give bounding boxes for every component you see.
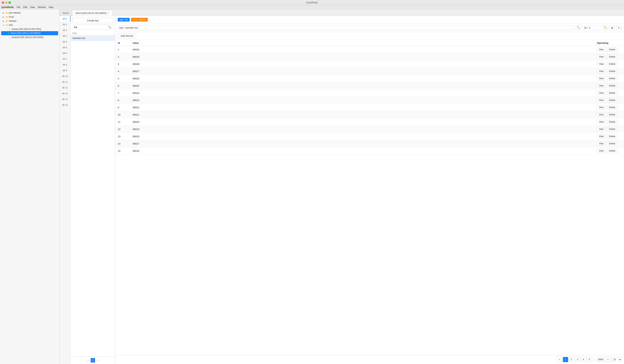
table-page-1[interactable]: 1 xyxy=(563,357,568,362)
view-button[interactable]: View xyxy=(597,149,606,153)
page-next[interactable]: > xyxy=(96,358,100,363)
sidebar-label-release: release xyxy=(9,20,17,22)
sidebar-item-direct[interactable]: direct-[150.109.42.193:30001] xyxy=(1,31,58,35)
table-prev-button[interactable]: < xyxy=(557,357,562,362)
sidebar-item-cluster[interactable]: 📄 cluster-[150.109.42.193:7001] xyxy=(0,27,59,31)
db-tab-db11[interactable]: db 11 xyxy=(59,79,70,85)
delete-row-button[interactable]: Delete xyxy=(607,141,618,146)
db-tab-db5[interactable]: db 5 xyxy=(59,45,70,50)
refresh-button[interactable]: ↻ xyxy=(616,25,622,30)
delete-row-button[interactable]: Delete xyxy=(607,47,618,52)
create-key-button[interactable]: Create key xyxy=(72,18,113,23)
db-tab-db7[interactable]: db 7 xyxy=(59,56,70,62)
table-page-2[interactable]: 2 xyxy=(569,357,574,362)
view-button[interactable]: View xyxy=(597,113,606,117)
delete-key-button[interactable]: 🗑 xyxy=(610,25,615,30)
db-tab-db8[interactable]: db 8 xyxy=(59,62,70,68)
db-tab-db12[interactable]: db 12 xyxy=(59,85,70,91)
sidebar-item-release[interactable]: ▶ 📁 release xyxy=(0,19,59,23)
delete-row-button[interactable]: Delete xyxy=(607,149,618,153)
view-button[interactable]: View xyxy=(597,105,606,110)
view-button[interactable]: View xyxy=(597,47,606,52)
close-button[interactable] xyxy=(2,1,4,4)
table-next-button[interactable]: > xyxy=(605,357,610,362)
table-page-3[interactable]: 3 xyxy=(575,357,580,362)
tab-close-icon[interactable]: ✕ xyxy=(107,12,109,14)
db-tab-db4[interactable]: db 4 xyxy=(59,39,70,45)
view-button[interactable]: View xyxy=(597,76,606,81)
menubar-appname[interactable]: QuickRedis xyxy=(1,6,14,9)
tab-direct[interactable]: direct-[150.109.42.193:30001] ✕ xyxy=(72,10,112,16)
search-bar: 🔍 xyxy=(72,25,113,30)
view-button[interactable]: View xyxy=(597,134,606,138)
minimize-button[interactable] xyxy=(5,1,7,4)
db-tab-db13[interactable]: db 13 xyxy=(59,91,70,96)
db-tab-db10[interactable]: db 10 xyxy=(59,73,70,79)
folder-icon: 📁 xyxy=(5,24,8,26)
table-row: 13 99918 View Delete xyxy=(115,133,624,140)
view-button[interactable]: View xyxy=(597,120,606,124)
delete-row-button[interactable]: Delete xyxy=(607,120,618,124)
tab-home[interactable]: Home xyxy=(59,10,72,16)
menubar-help[interactable]: Help xyxy=(49,6,53,9)
edit-key-button[interactable]: ✏️ xyxy=(576,25,581,30)
table-row: 2 99929 View Delete xyxy=(115,53,624,61)
delete-row-button[interactable]: Delete xyxy=(607,62,618,66)
sidebar-item-test[interactable]: ▼ 📁 test xyxy=(0,23,59,27)
delete-row-button[interactable]: Delete xyxy=(607,91,618,95)
delete-row-button[interactable]: Delete xyxy=(607,134,618,138)
delete-row-button[interactable]: Delete xyxy=(607,113,618,117)
page-prev[interactable]: < xyxy=(86,358,90,363)
key-item-member-list[interactable]: member-list xyxy=(71,35,115,41)
view-button[interactable]: View xyxy=(597,84,606,88)
delete-row-button[interactable]: Delete xyxy=(607,127,618,131)
search-button[interactable]: 🔍 xyxy=(107,25,113,29)
per-page-select[interactable]: 152050100 xyxy=(611,357,622,362)
view-button[interactable]: View xyxy=(597,127,606,131)
db-tab-db2[interactable]: db 2 xyxy=(59,27,70,33)
db-tab-db15[interactable]: db 15 xyxy=(59,102,70,108)
sidebar-item-local[interactable]: ▶ 📁 local xyxy=(0,15,59,19)
db-tab-db9[interactable]: db 9 xyxy=(59,68,70,73)
search-input[interactable] xyxy=(73,25,107,29)
cell-id: 15 xyxy=(115,147,130,155)
view-button[interactable]: View xyxy=(597,55,606,59)
db-tab-db1[interactable]: db 1 xyxy=(59,22,70,27)
menubar-file[interactable]: File xyxy=(17,6,20,9)
page-1[interactable]: 1 xyxy=(91,358,95,363)
cell-id: 11 xyxy=(115,118,130,126)
delete-row-button[interactable]: Delete xyxy=(607,55,618,59)
view-button[interactable]: View xyxy=(597,91,606,95)
edit-ttl-button[interactable]: ✏️ xyxy=(603,25,608,30)
key-name-input[interactable] xyxy=(118,25,574,30)
delete-row-button[interactable]: Delete xyxy=(607,76,618,81)
cell-value: 99918 xyxy=(130,133,594,140)
add-record-row: Add Record xyxy=(115,32,624,40)
delete-row-button[interactable]: Delete xyxy=(607,84,618,88)
db-tab-db6[interactable]: db 6 xyxy=(59,50,70,56)
delete-row-button[interactable]: Delete xyxy=(607,69,618,73)
view-button[interactable]: View xyxy=(597,69,606,73)
delete-row-button[interactable]: Delete xyxy=(607,98,618,102)
menubar-edit[interactable]: Edit xyxy=(23,6,27,9)
db-tab-db3[interactable]: db 3 xyxy=(59,33,70,39)
view-button[interactable]: View xyxy=(597,141,606,146)
table-row: 12 99919 View Delete xyxy=(115,126,624,133)
view-button[interactable]: View xyxy=(597,62,606,66)
db-tab-db14[interactable]: db 14 xyxy=(59,96,70,102)
delete-row-button[interactable]: Delete xyxy=(607,105,618,110)
db-tab-db0[interactable]: db 0 xyxy=(59,16,70,22)
view-button[interactable]: View xyxy=(597,98,606,102)
menubar-window[interactable]: Window xyxy=(38,6,46,9)
maximize-button[interactable] xyxy=(8,1,11,4)
table-row: 11 99920 View Delete xyxy=(115,118,624,126)
sidebar-item-sentinel[interactable]: 📄 sentinel-[150.109.42.193:31001] xyxy=(0,35,59,39)
ttl-input[interactable] xyxy=(583,25,601,30)
sidebar-item-pre-release[interactable]: ▶ 📁 pre-release xyxy=(0,11,59,15)
cell-id: 4 xyxy=(115,68,130,75)
table-last-page-button[interactable]: 6669 xyxy=(597,357,604,362)
add-record-button[interactable]: Add Record xyxy=(118,33,136,38)
table-page-4[interactable]: 4 xyxy=(581,357,586,362)
table-page-5[interactable]: 5 xyxy=(587,357,592,362)
menubar-view[interactable]: View xyxy=(30,6,35,9)
